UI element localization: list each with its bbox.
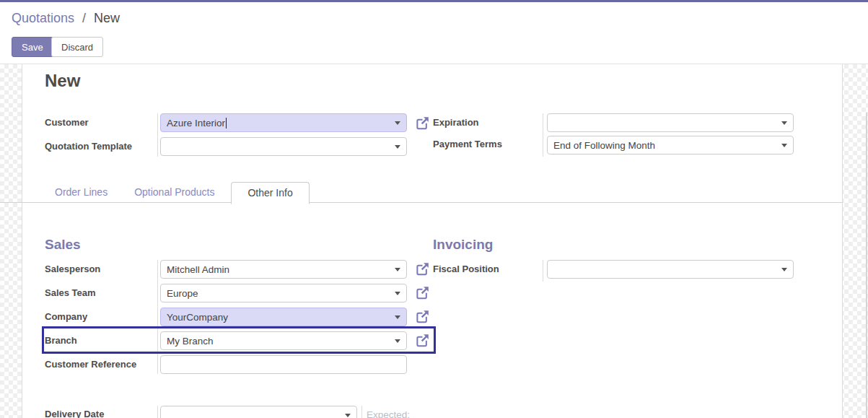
chevron-down-icon: [395, 121, 400, 125]
chevron-down-icon: [781, 268, 787, 271]
branch-label: Branch: [45, 335, 77, 346]
customer-input[interactable]: Azure Interior: [160, 113, 407, 132]
salesperson-value: Mitchell Admin: [167, 264, 229, 275]
external-link-icon[interactable]: [416, 334, 429, 347]
notebook-tabs: Order Lines Optional Products Other Info: [45, 182, 316, 203]
odoo-quotation-form-page: Quotations / New Save Discard New Custom…: [0, 0, 868, 418]
group-separator: [361, 406, 362, 418]
payment-terms-label: Payment Terms: [433, 139, 502, 149]
sales-section-heading: Sales: [45, 237, 81, 253]
external-link-icon[interactable]: [416, 286, 429, 300]
tab-other-info[interactable]: Other Info: [231, 182, 309, 204]
chevron-down-icon: [395, 145, 400, 149]
chevron-down-icon: [345, 414, 351, 417]
breadcrumb: Quotations / New: [12, 11, 120, 26]
group-separator: [157, 406, 158, 418]
expected-date-label: Expected:: [367, 409, 410, 418]
payment-terms-input[interactable]: End of Following Month: [547, 136, 794, 154]
group-separator: [543, 113, 543, 157]
page-title: New: [45, 71, 80, 91]
company-input[interactable]: YourCompany: [160, 308, 407, 326]
save-button[interactable]: Save: [12, 37, 53, 57]
company-value: YourCompany: [167, 312, 228, 323]
external-link-icon[interactable]: [416, 310, 429, 323]
invoicing-section-heading: Invoicing: [433, 237, 493, 253]
breadcrumb-quotations-link[interactable]: Quotations: [12, 11, 74, 25]
chevron-down-icon: [781, 121, 787, 125]
discard-button[interactable]: Discard: [51, 37, 103, 57]
company-label: Company: [45, 311, 87, 322]
control-panel: Quotations / New Save Discard: [0, 2, 868, 64]
sales-team-label: Sales Team: [45, 287, 96, 298]
quotation-template-label: Quotation Template: [45, 141, 132, 152]
expiration-label: Expiration: [433, 117, 479, 128]
vertical-scrollbar[interactable]: [866, 113, 867, 418]
breadcrumb-current: New: [94, 11, 120, 25]
fiscal-position-input[interactable]: [547, 260, 794, 279]
customer-reference-label: Customer Reference: [45, 359, 136, 370]
delivery-date-input[interactable]: [160, 406, 357, 418]
tab-optional-products[interactable]: Optional Products: [124, 182, 224, 203]
chevron-down-icon: [781, 144, 787, 147]
payment-terms-value: End of Following Month: [553, 140, 655, 151]
chevron-down-icon: [395, 315, 400, 319]
external-link-icon[interactable]: [416, 262, 429, 276]
breadcrumb-separator: /: [82, 11, 86, 25]
customer-value: Azure Interior: [167, 118, 225, 129]
group-separator: [543, 260, 543, 282]
sales-team-value: Europe: [167, 288, 198, 299]
group-separator: [157, 113, 158, 157]
chevron-down-icon: [395, 292, 400, 295]
quotation-template-input[interactable]: [160, 137, 407, 156]
customer-label: Customer: [45, 117, 89, 128]
text-cursor: [226, 118, 227, 129]
chevron-down-icon: [395, 268, 400, 271]
sales-team-input[interactable]: Europe: [160, 284, 407, 302]
chevron-down-icon: [395, 339, 400, 343]
fiscal-position-label: Fiscal Position: [433, 264, 499, 274]
salesperson-input[interactable]: Mitchell Admin: [160, 260, 407, 279]
customer-reference-input[interactable]: [160, 355, 407, 374]
external-link-icon[interactable]: [416, 116, 429, 130]
delivery-date-label: Delivery Date: [45, 409, 104, 418]
branch-input[interactable]: My Branch: [160, 331, 407, 350]
branch-value: My Branch: [167, 336, 214, 347]
group-separator: [157, 260, 158, 374]
salesperson-label: Salesperson: [45, 264, 100, 274]
expiration-input[interactable]: [547, 113, 794, 132]
tab-order-lines[interactable]: Order Lines: [45, 182, 118, 203]
